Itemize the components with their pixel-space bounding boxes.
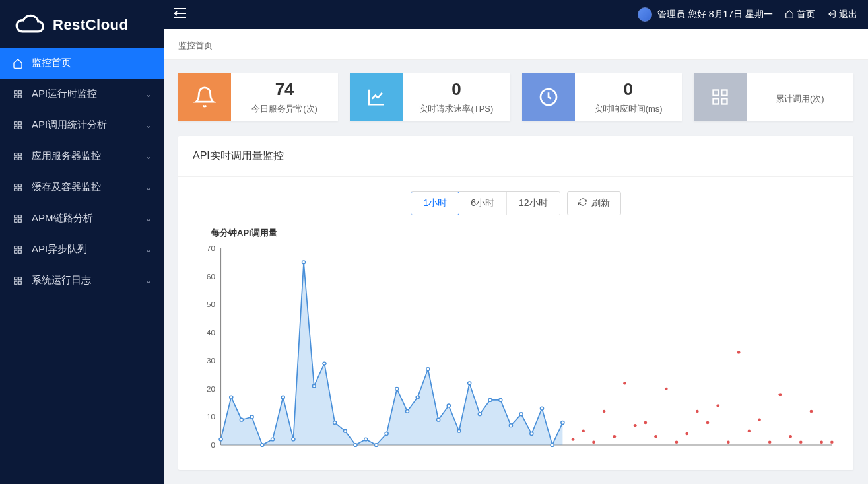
svg-rect-7 — [18, 126, 21, 129]
refresh-label: 刷新 — [591, 197, 610, 209]
chevron-down-icon: ⌄ — [145, 276, 152, 285]
svg-text:50: 50 — [207, 300, 215, 308]
svg-rect-14 — [15, 188, 17, 191]
svg-point-88 — [685, 432, 688, 434]
svg-rect-6 — [15, 126, 17, 129]
svg-rect-9 — [18, 153, 21, 155]
chart-title: 每分钟API调用量 — [211, 227, 839, 239]
svg-point-82 — [623, 382, 626, 384]
home-label: 首页 — [797, 9, 815, 20]
range-group: 1小时6小时12小时 — [411, 191, 560, 215]
svg-rect-10 — [15, 157, 17, 160]
brand-name: RestCloud — [53, 17, 129, 34]
svg-point-76 — [561, 421, 564, 424]
svg-point-89 — [696, 409, 699, 412]
svg-point-83 — [634, 424, 637, 427]
svg-text:70: 70 — [207, 244, 215, 252]
svg-rect-19 — [18, 219, 21, 222]
stat-card-0[interactable]: 74 今日服务异常(次) — [178, 73, 338, 121]
logout-label: 退出 — [839, 9, 857, 20]
avatar — [638, 7, 652, 22]
svg-point-84 — [644, 421, 648, 423]
range-controls: 1小时6小时12小时 刷新 — [193, 191, 839, 215]
svg-point-72 — [519, 412, 523, 415]
chevron-down-icon: ⌄ — [145, 90, 152, 99]
svg-text:30: 30 — [207, 357, 215, 364]
sidebar-item-4[interactable]: 缓存及容器监控 ⌄ — [0, 172, 164, 203]
svg-point-66 — [457, 429, 461, 432]
svg-point-52 — [312, 384, 316, 388]
stat-card-3[interactable]: 累计调用(次) — [694, 73, 853, 121]
refresh-button[interactable]: 刷新 — [567, 191, 621, 215]
svg-point-71 — [509, 423, 512, 427]
cloud-icon — [11, 12, 46, 38]
svg-rect-8 — [15, 153, 17, 155]
svg-rect-2 — [15, 95, 17, 98]
svg-point-79 — [592, 440, 595, 443]
breadcrumb: 监控首页 — [164, 29, 868, 60]
sidebar: RestCloud 监控首页 API运行时监控 ⌄ API调用统计分析 ⌄ 应用… — [0, 0, 164, 484]
chart-panel: API实时调用量监控 1小时6小时12小时 刷新 每分钟API调用量 01020… — [178, 136, 853, 470]
svg-rect-32 — [721, 99, 727, 104]
svg-point-45 — [240, 418, 243, 421]
sidebar-item-6[interactable]: API异步队列 ⌄ — [0, 234, 164, 265]
logout-link[interactable]: 退出 — [827, 9, 857, 20]
svg-point-81 — [613, 435, 616, 438]
logout-icon — [827, 9, 836, 20]
sidebar-toggle-icon[interactable] — [174, 8, 186, 22]
svg-rect-30 — [721, 90, 727, 96]
stat-label: 实时响应时间(ms) — [594, 103, 663, 115]
chevron-down-icon: ⌄ — [145, 214, 152, 223]
stat-cards: 74 今日服务异常(次) 0 实时请求速率(TPS) 0 实时响应时间(ms) … — [178, 73, 853, 121]
sidebar-item-1[interactable]: API运行时监控 ⌄ — [0, 79, 164, 110]
grid-icon — [12, 214, 24, 223]
range-button-0[interactable]: 1小时 — [411, 191, 459, 215]
svg-point-90 — [706, 421, 710, 423]
chart: 010203040506070 — [193, 244, 839, 456]
brand-logo: RestCloud — [0, 0, 164, 48]
topbar: 管理员 您好 8月17日 星期一 首页 退出 — [164, 0, 868, 29]
sidebar-item-label: 系统运行日志 — [32, 274, 91, 287]
svg-point-54 — [333, 421, 337, 424]
sidebar-item-label: 监控首页 — [32, 57, 71, 69]
stat-value: 74 — [275, 80, 294, 99]
sidebar-item-0[interactable]: 监控首页 — [0, 48, 164, 79]
svg-rect-20 — [15, 246, 17, 248]
svg-point-97 — [779, 393, 782, 396]
svg-point-73 — [530, 432, 533, 435]
svg-rect-5 — [18, 121, 21, 124]
svg-point-59 — [385, 432, 388, 435]
sidebar-item-7[interactable]: 系统运行日志 ⌄ — [0, 265, 164, 296]
svg-point-80 — [603, 409, 606, 412]
svg-point-67 — [468, 382, 471, 385]
sidebar-menu: 监控首页 API运行时监控 ⌄ API调用统计分析 ⌄ 应用服务器监控 ⌄ 缓存… — [0, 48, 164, 296]
svg-rect-26 — [15, 281, 17, 284]
svg-point-77 — [572, 438, 575, 440]
sidebar-item-label: API调用统计分析 — [32, 119, 107, 131]
range-button-2[interactable]: 12小时 — [507, 192, 560, 215]
sidebar-item-2[interactable]: API调用统计分析 ⌄ — [0, 110, 164, 141]
svg-rect-22 — [15, 250, 17, 253]
svg-point-60 — [395, 387, 399, 390]
svg-text:0: 0 — [211, 441, 216, 449]
stat-card-2[interactable]: 0 实时响应时间(ms) — [522, 73, 682, 121]
svg-rect-12 — [15, 184, 17, 186]
stat-card-1[interactable]: 0 实时请求速率(TPS) — [350, 73, 510, 121]
stat-label: 今日服务异常(次) — [251, 103, 317, 115]
svg-point-51 — [302, 260, 306, 263]
sidebar-item-3[interactable]: 应用服务器监控 ⌄ — [0, 141, 164, 172]
svg-text:20: 20 — [207, 385, 215, 393]
range-button-1[interactable]: 6小时 — [459, 192, 507, 215]
svg-point-102 — [830, 440, 834, 443]
svg-text:40: 40 — [207, 329, 215, 337]
svg-point-53 — [323, 362, 326, 365]
chevron-down-icon: ⌄ — [145, 183, 152, 192]
home-link[interactable]: 首页 — [785, 9, 815, 20]
svg-point-56 — [354, 443, 357, 446]
sidebar-item-5[interactable]: APM链路分析 ⌄ — [0, 203, 164, 234]
svg-rect-11 — [18, 157, 21, 160]
svg-point-95 — [758, 418, 761, 421]
clock-icon — [522, 73, 575, 121]
user-greeting: 管理员 您好 8月17日 星期一 — [638, 7, 773, 22]
chevron-down-icon: ⌄ — [145, 245, 152, 254]
